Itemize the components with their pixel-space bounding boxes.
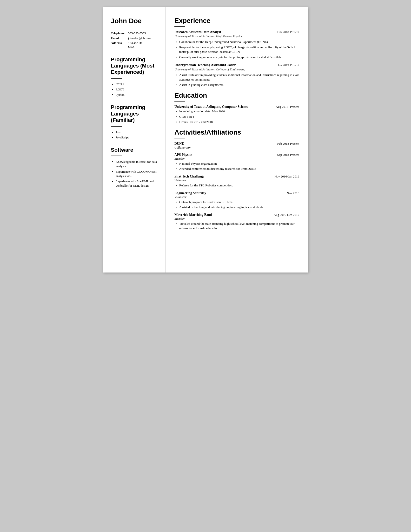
telephone-label: Telephone xyxy=(111,31,128,36)
experience-section: Experience Research Assistant/Data Analy… xyxy=(174,17,299,87)
activities-container: DUNEFeb 2018-PresentCollaboratorAPS Phys… xyxy=(174,142,299,230)
list-item: Currently working on new analysis for th… xyxy=(179,55,299,60)
job-title: Undergraduate Teaching Assistant/Grader xyxy=(174,63,275,67)
list-item: Assist in grading class assignments xyxy=(179,83,299,87)
activity-subtitle: Volunteer xyxy=(174,179,299,182)
activity-title: DUNE xyxy=(174,142,184,146)
activity-entry: APS PhysicsSep 2018-PresentMemberNationa… xyxy=(174,153,299,171)
list-item: Experience with COCOMO cost analysis too… xyxy=(116,170,159,178)
list-item: Java xyxy=(116,130,159,134)
list-item: Experience with StarUML and Umbrello for… xyxy=(116,179,159,188)
list-item: GPA: 3.814 xyxy=(179,114,299,119)
activity-date: Aug 2016-Dec 2017 xyxy=(274,213,299,217)
list-item: Attended conferences to discuss my resea… xyxy=(179,167,299,171)
list-item: Responsible for the analysis, using ROOT… xyxy=(179,45,299,54)
prog-familiar-divider xyxy=(111,126,122,127)
activity-header: Engineering SaturdayNov 2016 xyxy=(174,191,299,195)
edu-header: University of Texas at Arlington, Comput… xyxy=(174,105,299,109)
resume-page: John Doe Telephone 555-555-5555 Email jo… xyxy=(103,7,308,273)
telephone-row: Telephone 555-555-5555 xyxy=(111,31,159,36)
edu-title: University of Texas at Arlington, Comput… xyxy=(174,105,274,109)
list-item: Collaborator for the Deep Underground Ne… xyxy=(179,40,299,44)
contact-table: Telephone 555-555-5555 Email john.doe@ab… xyxy=(111,31,159,49)
education-title: Education xyxy=(174,92,299,99)
name-section: John Doe Telephone 555-555-5555 Email jo… xyxy=(111,17,159,49)
list-item: Assist Professor in providing students a… xyxy=(179,73,299,82)
prog-most-list: C/C++ROOTPython xyxy=(111,82,159,97)
left-column: John Doe Telephone 555-555-5555 Email jo… xyxy=(103,7,166,273)
job-date: Feb 2018-Present xyxy=(277,30,299,34)
list-item: Knowledgeable in Excel for data analysis… xyxy=(116,160,159,168)
address-label: Address xyxy=(111,40,128,49)
activity-subtitle: Collaborator xyxy=(174,146,299,150)
edu-entry: University of Texas at Arlington, Comput… xyxy=(174,105,299,124)
email-value: john.doe@abc.com xyxy=(128,36,159,40)
list-item: National Physics organization xyxy=(179,162,299,166)
education-container: University of Texas at Arlington, Comput… xyxy=(174,105,299,124)
job-bullets: Collaborator for the Deep Underground Ne… xyxy=(174,40,299,59)
activity-header: DUNEFeb 2018-Present xyxy=(174,142,299,146)
list-item: JavaScript xyxy=(116,135,159,140)
jobs-container: Research Assistant/Data AnalystFeb 2018-… xyxy=(174,30,299,87)
prog-familiar-title: Programming Languages (Familiar) xyxy=(111,104,159,123)
list-item: Referee for the FTC Robotics competition… xyxy=(179,183,299,188)
activity-date: Sep 2018-Present xyxy=(277,153,299,157)
activity-date: Nov 2016-Jan 2019 xyxy=(274,175,299,179)
activities-divider xyxy=(174,138,185,138)
job-subtitle: University of Texas at Arlington, Colleg… xyxy=(174,67,299,71)
list-item: Intended graduation date: May 2020 xyxy=(179,109,299,114)
job-bullets: Assist Professor in providing students a… xyxy=(174,73,299,87)
edu-date: Aug 2016- Present xyxy=(276,105,300,109)
activity-bullets: National Physics organizationAttended co… xyxy=(174,162,299,171)
activity-entry: First Tech ChallengeNov 2016-Jan 2019Vol… xyxy=(174,175,299,188)
activity-bullets: Traveled around the state attending high… xyxy=(174,222,299,231)
job-date: Jan 2019-Present xyxy=(278,63,299,67)
software-list: Knowledgeable in Excel for data analysis… xyxy=(111,160,159,188)
activity-title: APS Physics xyxy=(174,153,192,157)
activity-title: Engineering Saturday xyxy=(174,191,206,195)
address-row: Address 123 abc Dr. USA xyxy=(111,40,159,49)
activity-date: Feb 2018-Present xyxy=(277,142,299,146)
activity-entry: Engineering SaturdayNov 2016VolunteerOut… xyxy=(174,191,299,209)
software-divider xyxy=(111,156,122,156)
candidate-name: John Doe xyxy=(111,17,159,25)
activities-title: Activities/Affiliations xyxy=(174,129,299,136)
activities-section: Activities/Affiliations DUNEFeb 2018-Pre… xyxy=(174,129,299,230)
education-divider xyxy=(174,101,185,102)
activity-header: Maverick Marching BandAug 2016-Dec 2017 xyxy=(174,213,299,217)
experience-title: Experience xyxy=(174,17,299,25)
job-title: Research Assistant/Data Analyst xyxy=(174,30,275,34)
activity-date: Nov 2016 xyxy=(287,191,299,195)
list-item: Traveled around the state attending high… xyxy=(179,222,299,231)
education-section: Education University of Texas at Arlingt… xyxy=(174,92,299,124)
software-title: Software xyxy=(111,147,159,153)
list-item: Python xyxy=(116,93,159,97)
prog-most-title: Programming Languages (Most Experienced) xyxy=(111,57,159,76)
job-header: Research Assistant/Data AnalystFeb 2018-… xyxy=(174,30,299,34)
email-label: Email xyxy=(111,36,128,40)
activity-title: Maverick Marching Band xyxy=(174,213,212,217)
prog-familiar-list: JavaJavaScript xyxy=(111,130,159,140)
activity-subtitle: Member xyxy=(174,217,299,221)
edu-bullets: Intended graduation date: May 2020GPA: 3… xyxy=(174,109,299,124)
job-entry: Undergraduate Teaching Assistant/GraderJ… xyxy=(174,63,299,87)
address-value: 123 abc Dr. USA xyxy=(128,40,159,49)
list-item: Outreach program for students in K - 12t… xyxy=(179,200,299,205)
activity-bullets: Referee for the FTC Robotics competition… xyxy=(174,183,299,188)
activity-entry: Maverick Marching BandAug 2016-Dec 2017M… xyxy=(174,213,299,231)
right-column: Experience Research Assistant/Data Analy… xyxy=(166,7,308,273)
list-item: C/C++ xyxy=(116,82,159,86)
job-entry: Research Assistant/Data AnalystFeb 2018-… xyxy=(174,30,299,59)
activity-bullets: Outreach program for students in K - 12t… xyxy=(174,200,299,209)
activity-header: APS PhysicsSep 2018-Present xyxy=(174,153,299,157)
activity-header: First Tech ChallengeNov 2016-Jan 2019 xyxy=(174,175,299,179)
activity-title: First Tech Challenge xyxy=(174,175,204,179)
list-item: ROOT xyxy=(116,87,159,92)
list-item: Assisted in teaching and introducing eng… xyxy=(179,205,299,209)
activity-subtitle: Member xyxy=(174,157,299,161)
experience-divider xyxy=(174,26,185,27)
job-header: Undergraduate Teaching Assistant/GraderJ… xyxy=(174,63,299,67)
activity-subtitle: Volunteer xyxy=(174,195,299,199)
job-subtitle: University of Texas at Arlington, High E… xyxy=(174,35,299,38)
list-item: Dean's List 2017 and 2018 xyxy=(179,120,299,124)
